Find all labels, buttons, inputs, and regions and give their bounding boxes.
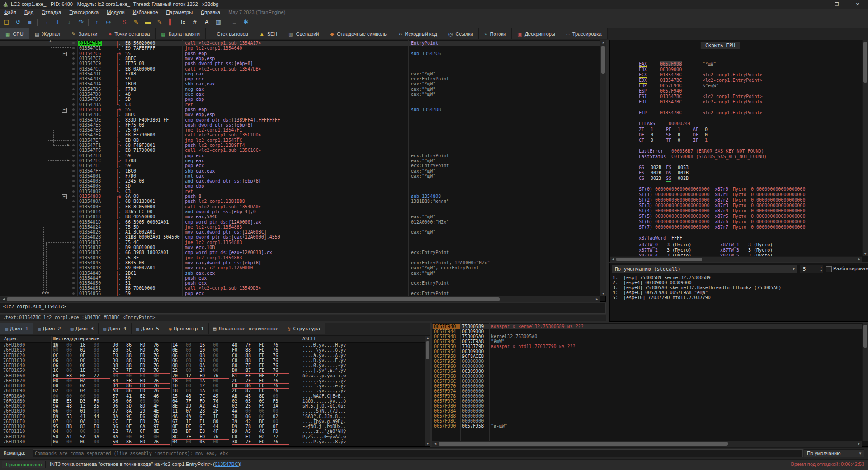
disasm-row[interactable]: 0135483C│.66:3988 18002A01cmp word ptr d…	[0, 250, 600, 255]
menu-Справка[interactable]: Справка	[197, 9, 224, 15]
breakpoint-dot[interactable]	[72, 287, 75, 289]
stack-pane[interactable]: 0057F94075300589возврат к kernel32.75300…	[432, 323, 868, 446]
breakpoint-dot[interactable]	[72, 185, 75, 187]
disasm-row[interactable]: 013547D8│.48dec eaxeax:"°щW"	[0, 92, 600, 97]
tab-Исходный код[interactable]: ‹›Исходный код	[393, 28, 443, 39]
argument-row[interactable]: 4: [esp+C] 0057F9A8 0057F9A8 "ёщW"	[613, 290, 708, 295]
registers-pane[interactable]: Скрыть FPU EAX0057F998"°щW"EBX00309000EC…	[609, 40, 868, 262]
stack-row[interactable]: 0057F98000000000	[432, 404, 862, 409]
dump-row[interactable]: 76FD1060F0 E8 0F 7700 00 00 0070 17 FD 7…	[0, 373, 424, 378]
disasm-row[interactable]: 01354851│.E8 7D010000call <lc2-corp1.sub…	[0, 286, 600, 291]
stack-row[interactable]: 0057F9900057F958"и-щW"	[432, 423, 862, 428]
disasm-row[interactable]: 013547FE│.59pop ecxecx:EntryPoint	[0, 163, 600, 168]
stack-row[interactable]: 0057F97400000000	[432, 389, 862, 394]
breakpoint-dot[interactable]	[72, 226, 75, 228]
settings-icon[interactable]: ✱	[241, 18, 251, 27]
stack-row[interactable]: 0057F95C00000000	[432, 359, 862, 364]
stack-row[interactable]: 0057F94400309000	[432, 329, 862, 334]
menu-Параметры[interactable]: Параметры	[162, 9, 197, 15]
breakpoint-dot[interactable]	[72, 164, 75, 167]
command-input[interactable]	[33, 449, 803, 457]
breakpoint-dot[interactable]	[72, 206, 75, 208]
breakpoint-dot[interactable]	[72, 262, 75, 264]
stack-horizontal-scrollbar[interactable]: ◀ ▶	[432, 441, 862, 446]
step-into-icon[interactable]: ↓	[64, 18, 75, 27]
breakpoint-dot[interactable]	[72, 88, 75, 90]
breakpoint-dot[interactable]	[72, 200, 75, 202]
breakpoint-dot[interactable]	[72, 93, 75, 95]
argument-row[interactable]: 5: [esp+10] 7703779D ntdll.7703779D	[613, 295, 711, 300]
tab-Отладочные символы[interactable]: ◆Отладочные символы	[325, 28, 394, 39]
disasm-row[interactable]: 013547E8│.75 07jne lc2-corp1.13547F1	[0, 127, 600, 132]
breakpoint-dot[interactable]	[72, 170, 75, 172]
scroll-up-arrow[interactable]: ▲	[425, 336, 430, 340]
scroll-left-arrow[interactable]: ◀	[1, 297, 6, 301]
breakpoint-dot[interactable]	[72, 144, 75, 146]
scroll-down-arrow[interactable]: ▼	[425, 442, 430, 446]
disasm-row[interactable]: 01354845│.8B45 08mov eax,dword ptr ss:[e…	[0, 260, 600, 265]
stack-row[interactable]: 0057F97C00000000	[432, 399, 862, 404]
font-icon[interactable]: A	[201, 18, 212, 27]
dump-row[interactable]: 76FD110095 BB 83 F0D6 0F 6A 970F DE 6F 4…	[0, 424, 424, 429]
breakpoint-dot[interactable]	[72, 68, 75, 70]
stack-row[interactable]: 0057F98C00000000	[432, 418, 862, 423]
stack-row[interactable]: 0057F95400309000	[432, 349, 862, 354]
disasm-row[interactable]: 0135480A│.68 B81B3801push lc2-corp1.1381…	[0, 199, 600, 204]
run-icon[interactable]: →	[40, 18, 51, 27]
breakpoint-dot[interactable]	[72, 257, 75, 259]
dump-tab-Дамп 5[interactable]: ▥Дамп 5	[132, 323, 164, 334]
registers-horizontal-scrollbar[interactable]: ◀ ▶	[610, 256, 862, 262]
disasm-row[interactable]: 013547D6│.F7D8neg eaxeax:"°щW"	[0, 87, 600, 92]
hide-fpu-button[interactable]: Скрыть FPU	[700, 42, 740, 49]
argument-count-spinner[interactable]: 5 ▲▼	[800, 265, 823, 273]
dump-row[interactable]: 76FD100016 00 18 00D0 86 FD 7614 00 16 0…	[0, 343, 424, 348]
tab-CPU[interactable]: ▦CPU	[0, 28, 29, 39]
breakpoint-dot[interactable]	[72, 277, 75, 279]
disasm-row[interactable]: 01354806│.5Dpop ebp	[0, 183, 600, 188]
breakpoint-dot[interactable]	[72, 73, 75, 75]
stack-row[interactable]: 0057F98800000000	[432, 414, 862, 418]
dump-row[interactable]: 76FD10F007 00 0A 00CC FE FD 7667 1F E1 8…	[0, 419, 424, 424]
breakpoint-dot[interactable]	[72, 221, 75, 223]
stack-row[interactable]: 0057F94C0057F9A8"ёщW"	[432, 339, 862, 344]
breakpoint-dot[interactable]	[72, 175, 75, 177]
scroll-thumb[interactable]	[601, 46, 605, 74]
breakpoint-dot[interactable]	[72, 211, 75, 213]
dump-row[interactable]: 76FD101000 00 02 0020 5C FD 760E 00 10 0…	[0, 348, 424, 352]
breakpoint-dot[interactable]	[72, 155, 75, 157]
disasm-row[interactable]: 013547C9│.FF75 08push dword ptr ss:[ebp+…	[0, 61, 600, 66]
calling-convention-combo[interactable]: По умолчанию (stdcall) ▼	[612, 265, 797, 273]
run-to-user-icon[interactable]: ↦	[103, 18, 114, 27]
breakpoint-dot[interactable]	[72, 251, 75, 254]
breakpoint-dot[interactable]	[72, 134, 75, 136]
stack-row[interactable]: 0057F9589CF8ACE8	[432, 354, 862, 359]
dump-row[interactable]: 76FD10D006 00 01 00D7 8A 29 4E11 07 28 2…	[0, 409, 424, 414]
registers-vertical-scrollbar[interactable]: ▼	[862, 40, 868, 256]
pause-icon[interactable]: ‖	[52, 18, 63, 27]
disasm-row[interactable]: 013547BC│.E8 56020000call <lc2-corp1.sub…	[0, 41, 600, 46]
disasm-row[interactable]: 013547D3│.59pop ecxecx:EntryPoint	[0, 76, 600, 81]
dump-tab-Дамп 2[interactable]: ▥Дамп 2	[33, 323, 66, 334]
status-address-link[interactable]: 013547BC	[215, 461, 238, 467]
disasm-row[interactable]: 0135484F│.50push eax	[0, 276, 600, 281]
tab-Потоки[interactable]: »Потоки	[479, 28, 512, 39]
disasm-row[interactable]: 01354843│.75 3Ejne lc2-corp1.1354883	[0, 255, 600, 260]
scroll-thumb[interactable]	[439, 442, 728, 446]
breakpoint-dot[interactable]	[72, 42, 75, 44]
dump-row[interactable]: 76FD109002 00 04 00A8 86 FD 7618 00 1A 0…	[0, 388, 424, 393]
disasm-row[interactable]: 01354803│.2345 08and eax,dword ptr ss:[e…	[0, 179, 600, 183]
menu-Файл[interactable]: Файл	[0, 9, 20, 15]
disasm-row[interactable]: 013547FB│.59pop ecxecx:EntryPoint	[0, 153, 600, 158]
argument-row[interactable]: 3: [esp+8] 753005A0 <kernel32.BaseThread…	[613, 285, 781, 290]
disasm-row[interactable]: 013547CC│.E8 0A000000call <lc2-corp1.sub…	[0, 66, 600, 71]
stack-row[interactable]: 0057F96C00000000	[432, 379, 862, 384]
stack-row[interactable]: 0057F94075300589возврат к kernel32.75300…	[432, 324, 862, 329]
disasm-vertical-scrollbar[interactable]: ▲ ▼	[600, 40, 606, 296]
dump-row[interactable]: 76FD112050 A1 5A 9A0A 00 0C 008C 7E FD 7…	[0, 434, 424, 439]
breakpoint-dot[interactable]	[72, 160, 75, 162]
menu-Избранное[interactable]: Избранное	[129, 9, 162, 15]
comment-icon[interactable]: ▬	[142, 18, 153, 27]
dump-row[interactable]: 76FD103006 00 08 00D0 88 FD 7606 00 08 0…	[0, 358, 424, 363]
breakpoint-dot[interactable]	[72, 195, 75, 197]
disasm-horizontal-scrollbar[interactable]: ◀ ▶	[0, 296, 600, 302]
